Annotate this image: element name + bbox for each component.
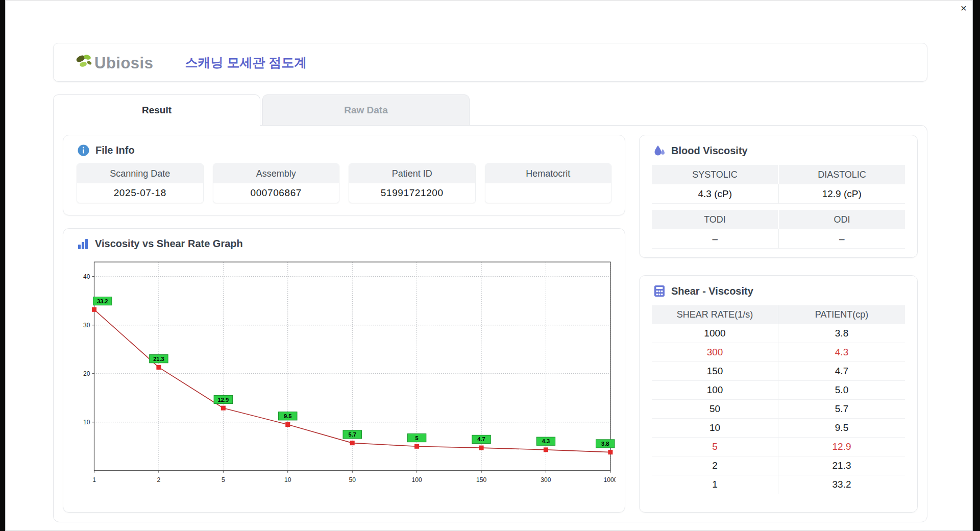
bv-header-row: SYSTOLICDIASTOLIC <box>652 165 905 184</box>
patient-value-cell: 33.2 <box>778 475 905 494</box>
shear-row: 505.7 <box>652 399 905 418</box>
calculator-icon <box>654 285 665 297</box>
bv-value-cell: 12.9 (cP) <box>778 184 905 204</box>
field-value: 2025-07-18 <box>77 183 203 203</box>
shear-column-header: SHEAR RATE(1/s) <box>652 305 778 324</box>
bv-value-cell: – <box>652 229 778 249</box>
patient-value-cell: 3.8 <box>778 324 905 343</box>
svg-text:1: 1 <box>92 476 96 484</box>
field-value <box>485 183 611 203</box>
viscosity-chart: 10203040133.2221.3512.9109.5505.71005150… <box>70 255 616 493</box>
app-window: × Ubiosis 스캐닝 모세관 점도계 Result Raw Data <box>5 0 973 531</box>
shear-row: 1504.7 <box>652 361 905 380</box>
shear-rate-cell: 50 <box>652 400 778 418</box>
shear-column-header: PATIENT(cp) <box>778 305 905 324</box>
shear-row: 133.2 <box>652 475 905 494</box>
shear-row: 10003.8 <box>652 324 905 343</box>
shear-row: 3004.3 <box>652 343 905 361</box>
shear-rate-cell: 1000 <box>652 324 778 343</box>
header-card: Ubiosis 스캐닝 모세관 점도계 <box>53 43 927 82</box>
patient-value-cell: 4.3 <box>778 343 905 361</box>
bv-header-cell: ODI <box>778 210 905 229</box>
svg-text:5.7: 5.7 <box>348 431 356 438</box>
page-title: 스캐닝 모세관 점도계 <box>185 54 307 71</box>
info-icon <box>78 144 89 156</box>
shear-rate-cell: 1 <box>652 475 778 494</box>
svg-text:5: 5 <box>222 476 225 484</box>
field-label: Patient ID <box>349 164 475 183</box>
svg-text:20: 20 <box>83 370 90 377</box>
patient-value-cell: 21.3 <box>778 456 905 475</box>
bv-value-row: –– <box>652 229 905 249</box>
svg-text:30: 30 <box>83 322 90 329</box>
blood-viscosity-title: Blood Viscosity <box>671 145 748 157</box>
svg-text:4.7: 4.7 <box>477 436 485 442</box>
right-column: Blood Viscosity SYSTOLICDIASTOLIC4.3 (cP… <box>639 135 918 513</box>
shear-row: 221.3 <box>652 456 905 475</box>
bv-value-cell: 4.3 (cP) <box>652 184 778 204</box>
graph-card: Viscosity vs Shear Rate Graph 1020304013… <box>63 228 625 513</box>
shear-viscosity-title-row: Shear - Viscosity <box>640 276 917 297</box>
bar-chart-icon <box>78 238 89 250</box>
svg-text:10: 10 <box>284 476 291 484</box>
file-info-field: Patient ID51991721200 <box>349 163 476 203</box>
blood-viscosity-title-row: Blood Viscosity <box>640 135 917 157</box>
svg-text:10: 10 <box>83 419 90 426</box>
svg-text:5: 5 <box>415 435 419 441</box>
close-icon[interactable]: × <box>957 2 970 15</box>
shear-rate-cell: 150 <box>652 362 778 380</box>
svg-text:1000: 1000 <box>603 476 616 484</box>
blood-viscosity-card: Blood Viscosity SYSTOLICDIASTOLIC4.3 (cP… <box>639 135 918 258</box>
tab-raw-data[interactable]: Raw Data <box>262 94 470 126</box>
svg-text:50: 50 <box>349 476 356 484</box>
shear-rate-cell: 300 <box>652 343 778 361</box>
shear-rate-cell: 2 <box>652 456 778 475</box>
shear-rate-cell: 5 <box>652 438 778 456</box>
file-info-title: File Info <box>95 144 135 156</box>
shear-row: 512.9 <box>652 437 905 456</box>
svg-text:9.5: 9.5 <box>284 413 291 419</box>
svg-text:150: 150 <box>476 476 486 484</box>
file-info-field: Hematocrit <box>485 163 612 203</box>
bv-value-row: 4.3 (cP)12.9 (cP) <box>652 184 905 204</box>
logo-leaf-icon <box>75 54 93 71</box>
shear-viscosity-table: SHEAR RATE(1/s)PATIENT(cp)10003.83004.31… <box>652 305 905 494</box>
tab-result[interactable]: Result <box>53 94 260 126</box>
svg-text:4.3: 4.3 <box>542 438 550 444</box>
shear-header-row: SHEAR RATE(1/s)PATIENT(cp) <box>652 305 905 324</box>
svg-text:21.3: 21.3 <box>153 356 164 362</box>
page-content: Ubiosis 스캐닝 모세관 점도계 Result Raw Data File <box>6 1 972 530</box>
patient-value-cell: 5.7 <box>778 400 905 418</box>
shear-rate-cell: 100 <box>652 381 778 399</box>
droplet-icon <box>654 144 665 157</box>
viscosity-chart-svg: 10203040133.2221.3512.9109.5505.71005150… <box>70 255 616 493</box>
svg-text:33.2: 33.2 <box>97 298 108 304</box>
bv-value-cell: – <box>778 229 905 249</box>
file-info-field: Assembly000706867 <box>213 163 340 203</box>
main-panel: File Info Scanning Date2025-07-18Assembl… <box>53 125 927 522</box>
field-label: Scanning Date <box>77 164 203 183</box>
graph-title: Viscosity vs Shear Rate Graph <box>95 238 243 250</box>
blood-viscosity-table: SYSTOLICDIASTOLIC4.3 (cP)12.9 (cP)TODIOD… <box>652 165 905 249</box>
svg-text:3.8: 3.8 <box>601 441 609 447</box>
shear-row: 1005.0 <box>652 380 905 399</box>
bv-group: SYSTOLICDIASTOLIC4.3 (cP)12.9 (cP) <box>652 165 905 204</box>
shear-viscosity-title: Shear - Viscosity <box>671 285 753 297</box>
field-label: Hematocrit <box>485 164 611 183</box>
patient-value-cell: 5.0 <box>778 381 905 399</box>
bv-header-cell: TODI <box>652 210 778 229</box>
ubiosis-logo: Ubiosis <box>75 54 153 71</box>
logo-text: Ubiosis <box>94 55 153 71</box>
graph-title-row: Viscosity vs Shear Rate Graph <box>63 229 625 250</box>
shear-row: 109.5 <box>652 418 905 437</box>
file-info-field: Scanning Date2025-07-18 <box>77 163 204 203</box>
left-column: File Info Scanning Date2025-07-18Assembl… <box>63 135 625 513</box>
field-value: 000706867 <box>213 183 339 203</box>
bv-header-row: TODIODI <box>652 210 905 229</box>
svg-text:300: 300 <box>541 476 551 484</box>
shear-viscosity-card: Shear - Viscosity SHEAR RATE(1/s)PATIENT… <box>639 275 918 513</box>
patient-value-cell: 4.7 <box>778 362 905 380</box>
svg-text:12.9: 12.9 <box>218 397 229 403</box>
field-value: 51991721200 <box>349 183 475 203</box>
file-info-card: File Info Scanning Date2025-07-18Assembl… <box>63 135 625 215</box>
